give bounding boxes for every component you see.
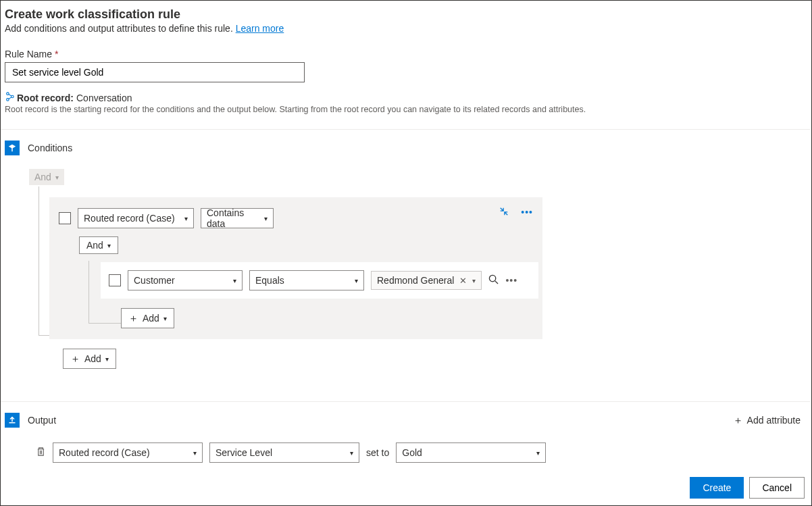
separator	[1, 401, 810, 402]
inner-operator-dropdown[interactable]: Equals▾	[249, 270, 364, 290]
search-icon[interactable]	[488, 274, 499, 286]
output-attribute-dropdown[interactable]: Service Level▾	[209, 442, 359, 463]
output-entity-dropdown[interactable]: Routed record (Case)▾	[53, 442, 203, 463]
rule-name-label: Rule Name *	[5, 49, 807, 59]
add-attribute-button[interactable]: ＋ Add attribute	[733, 414, 801, 427]
chevron-down-icon: ▾	[105, 355, 109, 363]
conditions-title: Conditions	[28, 143, 72, 153]
condition-operator-dropdown[interactable]: Contains data▾	[201, 208, 274, 228]
output-value-dropdown[interactable]: Gold▾	[396, 442, 546, 463]
delete-icon[interactable]	[36, 447, 46, 459]
cancel-button[interactable]: Cancel	[749, 477, 805, 499]
chevron-down-icon: ▾	[233, 277, 236, 284]
root-record-desc: Root record is the starting record for t…	[5, 105, 807, 114]
page-title: Create work classification rule	[5, 7, 807, 22]
condition-group: ••• Routed record (Case)▾ Contains data▾…	[49, 197, 542, 339]
root-record-value: Conversation	[76, 93, 132, 103]
svg-point-2	[11, 95, 14, 98]
add-inner-button[interactable]: ＋ Add ▾	[121, 308, 174, 328]
chevron-down-icon: ▾	[163, 315, 167, 322]
output-icon	[5, 413, 20, 428]
page-subtitle: Add conditions and output attributes to …	[5, 23, 807, 34]
root-record-label: Root record:	[17, 93, 74, 103]
chevron-down-icon: ▾	[472, 277, 476, 284]
more-icon[interactable]: •••	[521, 207, 533, 218]
output-title: Output	[28, 415, 56, 426]
inner-field-dropdown[interactable]: Customer▾	[128, 270, 243, 290]
required-star-icon: *	[55, 49, 58, 59]
chevron-down-icon: ▾	[264, 215, 268, 222]
add-outer-button[interactable]: ＋ Add ▾	[63, 349, 116, 369]
condition-field-dropdown[interactable]: Routed record (Case)▾	[78, 208, 194, 228]
inner-and-operator[interactable]: And▾	[79, 236, 118, 254]
set-to-label: set to	[366, 447, 389, 458]
chevron-down-icon: ▾	[350, 449, 353, 457]
chevron-down-icon: ▾	[184, 215, 188, 222]
rule-name-input[interactable]	[5, 62, 305, 82]
chevron-down-icon: ▾	[107, 242, 111, 249]
root-and-operator[interactable]: And▾	[29, 169, 64, 185]
svg-point-0	[7, 93, 9, 95]
conditions-icon	[5, 141, 20, 155]
plus-icon: ＋	[70, 353, 80, 365]
chevron-down-icon: ▾	[193, 449, 197, 457]
close-icon[interactable]: ✕	[459, 276, 467, 286]
svg-point-1	[7, 99, 9, 101]
learn-more-link[interactable]: Learn more	[236, 23, 284, 34]
chevron-down-icon: ▾	[355, 277, 358, 284]
condition-checkbox[interactable]	[59, 212, 71, 224]
chevron-down-icon: ▾	[536, 449, 540, 457]
svg-point-3	[490, 275, 496, 281]
subtitle-text: Add conditions and output attributes to …	[5, 23, 236, 34]
root-record-icon	[5, 92, 14, 103]
inner-value-tag[interactable]: Redmond General ✕ ▾	[371, 271, 482, 290]
collapse-icon[interactable]	[499, 207, 509, 218]
plus-icon: ＋	[128, 312, 138, 325]
separator	[1, 129, 810, 130]
inner-checkbox[interactable]	[109, 274, 121, 286]
more-icon[interactable]: •••	[505, 275, 517, 286]
chevron-down-icon: ▾	[55, 174, 59, 181]
create-button[interactable]: Create	[690, 477, 744, 499]
plus-icon: ＋	[733, 414, 743, 427]
inner-condition: Customer▾ Equals▾ Redmond General ✕ ▾ ••…	[101, 262, 538, 299]
